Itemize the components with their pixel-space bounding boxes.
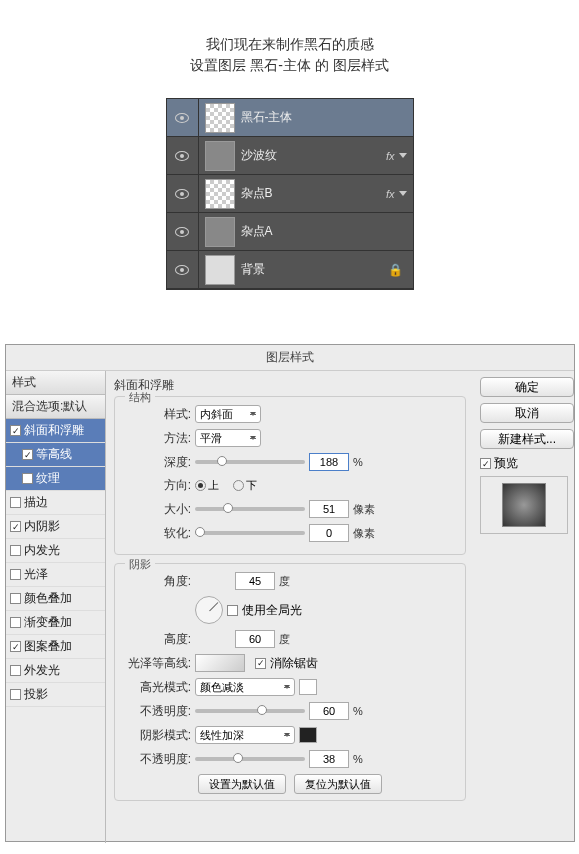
layer-row[interactable]: 沙波纹 fx bbox=[167, 137, 413, 175]
sidebar-item-pattern-overlay[interactable]: 图案叠加 bbox=[6, 635, 105, 659]
layer-thumbnail[interactable] bbox=[205, 179, 235, 209]
group-structure: 结构 bbox=[125, 390, 155, 405]
visibility-icon[interactable] bbox=[175, 265, 189, 275]
sidebar-item-outer-glow[interactable]: 外发光 bbox=[6, 659, 105, 683]
sidebar-item-color-overlay[interactable]: 颜色叠加 bbox=[6, 587, 105, 611]
layer-row[interactable]: 背景 🔒 bbox=[167, 251, 413, 289]
highlight-opacity-input[interactable] bbox=[309, 702, 349, 720]
sidebar-item-contour[interactable]: 等高线 bbox=[6, 443, 105, 467]
preview-checkbox[interactable] bbox=[480, 458, 491, 469]
checkbox[interactable] bbox=[10, 497, 21, 508]
checkbox[interactable] bbox=[10, 665, 21, 676]
depth-slider[interactable] bbox=[195, 460, 305, 464]
chevron-down-icon[interactable] bbox=[399, 153, 407, 158]
layer-thumbnail[interactable] bbox=[205, 255, 235, 285]
sidebar-label: 纹理 bbox=[36, 470, 60, 487]
checkbox[interactable] bbox=[10, 521, 21, 532]
layers-panel: 黑石-主体 沙波纹 fx 杂点B fx 杂点A 背景 🔒 bbox=[166, 98, 414, 290]
soften-slider[interactable] bbox=[195, 531, 305, 535]
shadow-opacity-input[interactable] bbox=[309, 750, 349, 768]
checkbox[interactable] bbox=[10, 641, 21, 652]
shadow-opacity-slider[interactable] bbox=[195, 757, 305, 761]
sidebar-item-stroke[interactable]: 描边 bbox=[6, 491, 105, 515]
sidebar-item-satin[interactable]: 光泽 bbox=[6, 563, 105, 587]
select-value: 平滑 bbox=[200, 431, 222, 446]
checkbox[interactable] bbox=[10, 593, 21, 604]
checkbox[interactable] bbox=[10, 545, 21, 556]
slider-knob[interactable] bbox=[195, 527, 205, 537]
unit-deg: 度 bbox=[279, 574, 290, 589]
visibility-icon[interactable] bbox=[175, 151, 189, 161]
label-soften: 软化: bbox=[121, 525, 191, 542]
lock-icon: 🔒 bbox=[388, 263, 403, 277]
unit-percent: % bbox=[353, 705, 363, 717]
angle-input[interactable] bbox=[235, 572, 275, 590]
highlight-color-swatch[interactable] bbox=[299, 679, 317, 695]
slider-knob[interactable] bbox=[217, 456, 227, 466]
sidebar-item-inner-glow[interactable]: 内发光 bbox=[6, 539, 105, 563]
ok-button[interactable]: 确定 bbox=[480, 377, 574, 397]
label-style: 样式: bbox=[121, 406, 191, 423]
visibility-icon[interactable] bbox=[175, 189, 189, 199]
checkbox[interactable] bbox=[10, 689, 21, 700]
cancel-button[interactable]: 取消 bbox=[480, 403, 574, 423]
sidebar-head-styles[interactable]: 样式 bbox=[6, 371, 105, 395]
checkbox[interactable] bbox=[10, 617, 21, 628]
radio-icon bbox=[195, 480, 206, 491]
label-shadow-mode: 阴影模式: bbox=[121, 727, 191, 744]
reset-default-button[interactable]: 复位为默认值 bbox=[294, 774, 382, 794]
layer-thumbnail[interactable] bbox=[205, 103, 235, 133]
right-panel: 确定 取消 新建样式... 预览 bbox=[474, 371, 574, 843]
sidebar-item-inner-shadow[interactable]: 内阴影 bbox=[6, 515, 105, 539]
sidebar-item-bevel[interactable]: 斜面和浮雕 bbox=[6, 419, 105, 443]
sidebar-head-blend[interactable]: 混合选项:默认 bbox=[6, 395, 105, 419]
shadow-color-swatch[interactable] bbox=[299, 727, 317, 743]
sidebar-label: 斜面和浮雕 bbox=[24, 422, 84, 439]
layer-name: 背景 bbox=[241, 261, 388, 278]
altitude-input[interactable] bbox=[235, 630, 275, 648]
soften-input[interactable] bbox=[309, 524, 349, 542]
visibility-icon[interactable] bbox=[175, 113, 189, 123]
global-light-checkbox[interactable] bbox=[227, 605, 238, 616]
highlight-mode-select[interactable]: 颜色减淡 bbox=[195, 678, 295, 696]
layer-thumbnail[interactable] bbox=[205, 141, 235, 171]
checkbox[interactable] bbox=[22, 449, 33, 460]
new-style-button[interactable]: 新建样式... bbox=[480, 429, 574, 449]
depth-input[interactable] bbox=[309, 453, 349, 471]
method-select[interactable]: 平滑 bbox=[195, 429, 261, 447]
sidebar-label: 颜色叠加 bbox=[24, 590, 72, 607]
layer-thumbnail[interactable] bbox=[205, 217, 235, 247]
radio-down[interactable]: 下 bbox=[233, 478, 257, 493]
checkbox[interactable] bbox=[10, 569, 21, 580]
size-input[interactable] bbox=[309, 500, 349, 518]
layer-row[interactable]: 黑石-主体 bbox=[167, 99, 413, 137]
style-select[interactable]: 内斜面 bbox=[195, 405, 261, 423]
shadow-mode-select[interactable]: 线性加深 bbox=[195, 726, 295, 744]
sidebar-label: 渐变叠加 bbox=[24, 614, 72, 631]
sidebar-item-drop-shadow[interactable]: 投影 bbox=[6, 683, 105, 707]
caret-icon bbox=[250, 412, 256, 416]
sidebar-label: 图案叠加 bbox=[24, 638, 72, 655]
sidebar-item-gradient-overlay[interactable]: 渐变叠加 bbox=[6, 611, 105, 635]
checkbox[interactable] bbox=[10, 425, 21, 436]
visibility-icon[interactable] bbox=[175, 227, 189, 237]
chevron-down-icon[interactable] bbox=[399, 191, 407, 196]
slider-knob[interactable] bbox=[257, 705, 267, 715]
unit-px: 像素 bbox=[353, 502, 375, 517]
label-direction: 方向: bbox=[121, 477, 191, 494]
highlight-opacity-slider[interactable] bbox=[195, 709, 305, 713]
label-altitude: 高度: bbox=[121, 631, 191, 648]
size-slider[interactable] bbox=[195, 507, 305, 511]
select-value: 线性加深 bbox=[200, 728, 244, 743]
layer-row[interactable]: 杂点B fx bbox=[167, 175, 413, 213]
angle-wheel[interactable] bbox=[195, 596, 223, 624]
sidebar-item-texture[interactable]: 纹理 bbox=[6, 467, 105, 491]
checkbox[interactable] bbox=[22, 473, 33, 484]
antialias-checkbox[interactable] bbox=[255, 658, 266, 669]
slider-knob[interactable] bbox=[223, 503, 233, 513]
contour-swatch[interactable] bbox=[195, 654, 245, 672]
layer-row[interactable]: 杂点A bbox=[167, 213, 413, 251]
radio-up[interactable]: 上 bbox=[195, 478, 219, 493]
make-default-button[interactable]: 设置为默认值 bbox=[198, 774, 286, 794]
slider-knob[interactable] bbox=[233, 753, 243, 763]
